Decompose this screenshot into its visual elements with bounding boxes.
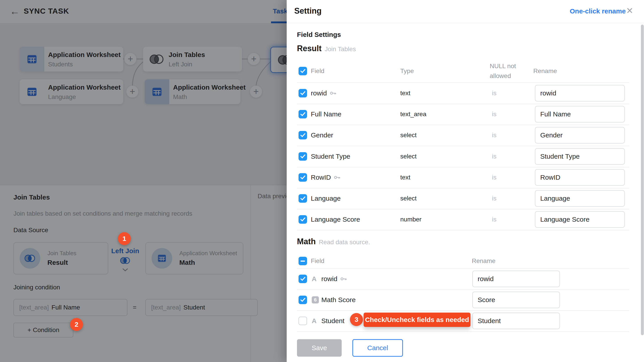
rename-input[interactable]	[535, 190, 625, 207]
field-name: Language	[311, 195, 340, 202]
field-type-icon: A	[312, 275, 317, 283]
field-row: Full Name text_area is	[287, 104, 644, 125]
math-section-title: MathRead data source.	[297, 237, 370, 246]
modal-overlay	[0, 0, 287, 362]
tutorial-tooltip: Check/Uncheck fields as needed	[364, 313, 470, 327]
null-operator: is	[492, 132, 496, 139]
cancel-button[interactable]: Cancel	[352, 339, 403, 357]
result-table-header: Field Type NULL not allowed Rename	[287, 60, 644, 82]
field-checkbox[interactable]	[298, 110, 307, 118]
field-type-icon: 6	[312, 296, 319, 304]
section-name: Math	[297, 237, 316, 246]
result-section-title: ResultJoin Tables	[297, 44, 356, 53]
field-name: Gender	[311, 131, 333, 139]
setting-panel: Setting One-click rename ✕ Field Setting…	[287, 0, 644, 362]
field-type: number	[400, 216, 422, 223]
field-type: select	[400, 153, 416, 160]
tutorial-badge-1: 1	[118, 232, 131, 245]
setting-title: Setting	[294, 6, 322, 16]
section-subtitle: Read data source.	[319, 239, 370, 246]
field-row: Student Type select is	[287, 146, 644, 167]
field-checkbox[interactable]	[298, 317, 307, 325]
close-icon[interactable]: ✕	[626, 6, 633, 16]
row-divider	[297, 331, 629, 332]
field-name: RowID	[311, 174, 331, 181]
rename-input[interactable]	[472, 313, 560, 329]
column-header-null: NULL not allowed	[490, 61, 528, 81]
field-name: Full Name	[311, 110, 342, 118]
setting-header: Setting One-click rename ✕	[287, 0, 644, 23]
field-row: Language Score number is	[287, 209, 644, 230]
column-header-field: Field	[311, 67, 324, 75]
field-checkbox[interactable]	[298, 215, 307, 224]
field-row: Language select is	[287, 188, 644, 209]
field-row: rowid text is	[287, 83, 644, 104]
null-operator: is	[492, 174, 496, 181]
field-name: Student	[321, 317, 344, 325]
field-checkbox[interactable]	[298, 152, 307, 161]
column-header-rename: Rename	[472, 257, 496, 265]
field-row: 6 Math Score	[287, 289, 644, 310]
rename-input[interactable]	[472, 271, 560, 287]
tutorial-badge-3: 3	[350, 313, 363, 326]
field-name: Language Score	[311, 216, 360, 223]
field-settings-title: Field Settings	[297, 31, 341, 38]
field-row: Gender select is	[287, 125, 644, 146]
select-all-checkbox[interactable]	[298, 257, 307, 265]
field-type: text	[400, 174, 410, 181]
select-all-checkbox[interactable]	[298, 67, 307, 75]
screen: ← SYNC TASK Task Application Worksheet S…	[0, 0, 644, 362]
field-checkbox[interactable]	[298, 131, 307, 139]
field-name: Math Score	[321, 296, 356, 304]
field-type-icon: A	[312, 317, 317, 325]
rename-input[interactable]	[535, 106, 625, 122]
field-type: select	[400, 132, 416, 139]
field-name: rowid	[321, 275, 338, 283]
field-checkbox[interactable]	[298, 194, 307, 203]
row-divider	[297, 230, 629, 230]
field-type: text_area	[400, 111, 426, 118]
rename-input[interactable]	[535, 148, 625, 165]
rename-input[interactable]	[535, 127, 625, 143]
field-type: select	[400, 195, 416, 202]
one-click-rename-link[interactable]: One-click rename	[570, 7, 626, 15]
section-subtitle: Join Tables	[325, 45, 356, 52]
field-checkbox[interactable]	[298, 275, 307, 283]
column-header-rename: Rename	[533, 67, 557, 75]
rename-input[interactable]	[472, 292, 560, 308]
save-button[interactable]: Save	[297, 339, 342, 357]
null-operator: is	[492, 153, 496, 160]
tutorial-badge-2: 2	[70, 318, 83, 331]
field-name: rowid	[311, 89, 327, 97]
null-operator: is	[492, 90, 496, 97]
field-type: text	[400, 90, 410, 97]
field-checkbox[interactable]	[298, 89, 307, 97]
field-row: RowID text is	[287, 167, 644, 188]
null-operator: is	[492, 216, 496, 223]
section-name: Result	[297, 44, 322, 53]
key-icon	[340, 276, 347, 282]
field-row: A rowid	[287, 268, 644, 289]
column-header-type: Type	[400, 67, 414, 75]
key-icon	[334, 175, 341, 180]
rename-input[interactable]	[535, 211, 625, 228]
rename-input[interactable]	[535, 85, 625, 101]
field-checkbox[interactable]	[298, 296, 307, 304]
field-name: Student Type	[311, 153, 350, 160]
key-icon	[330, 90, 337, 96]
rename-input[interactable]	[535, 169, 625, 186]
null-operator: is	[492, 111, 496, 118]
column-header-field: Field	[311, 257, 324, 265]
null-operator: is	[492, 195, 496, 202]
field-checkbox[interactable]	[298, 173, 307, 182]
